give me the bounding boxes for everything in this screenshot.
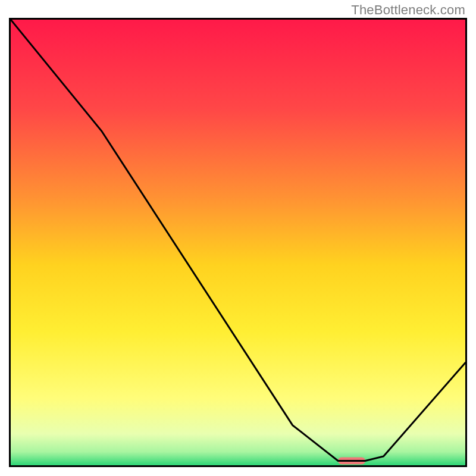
chart-background: [11, 20, 465, 465]
chart-frame: [9, 18, 467, 467]
watermark-text: TheBottleneck.com: [351, 2, 465, 18]
bottleneck-chart: [11, 20, 465, 465]
